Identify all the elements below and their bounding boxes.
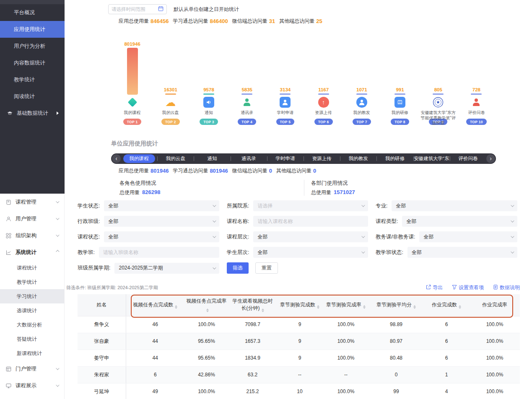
sidebar-item-system-stats[interactable]: 系统统计 xyxy=(0,244,64,261)
sidebar-item-teaching-stats[interactable]: 教学统计 xyxy=(0,71,65,88)
sort-icon[interactable] xyxy=(363,305,366,309)
sidebar-light-section: 课程管理 用户管理 组织架构 系统统计 课程统计 教学统计 学习统计 选课统计 xyxy=(0,194,65,399)
bar xyxy=(471,93,482,95)
sidebar-subitem-teaching-stats[interactable]: 教学统计 xyxy=(0,275,64,289)
table-row: 詹争义 46100.0% 7098.79 100.0%98.89 6100.0% xyxy=(78,316,520,333)
semester-select[interactable]: 2024-2025第二学期 xyxy=(114,263,219,274)
student-name: 詹争义 xyxy=(78,316,126,333)
chevron-down-icon xyxy=(361,203,365,207)
filter-buttons: 筛选 重置 xyxy=(227,262,368,274)
header-homework-completed: 作业完成数 xyxy=(423,294,470,316)
major-select[interactable]: 全部 xyxy=(392,200,517,211)
sidebar-subitem-course-stats[interactable]: 课程统计 xyxy=(0,261,64,275)
rank-badge: TOP 3 xyxy=(200,119,218,125)
tab-scroll-right-icon[interactable]: › xyxy=(486,154,495,163)
sidebar-item-app-usage-stats[interactable]: 应用使用统计 xyxy=(0,21,65,38)
tab-resource-upload[interactable]: 资源上传 xyxy=(304,153,340,164)
chart-icon xyxy=(5,249,12,256)
sidebar-subitem-big-data-analysis[interactable]: 大数据分析 xyxy=(0,318,64,332)
study-hours-icon xyxy=(280,97,291,108)
rank-badge: TOP 8 xyxy=(391,119,409,125)
sidebar-item-course-management[interactable]: 课程管理 xyxy=(0,194,64,210)
admin-class-select[interactable]: 全部 xyxy=(104,216,219,227)
chevron-down-icon xyxy=(511,234,514,238)
open-book-icon xyxy=(394,97,405,108)
bar xyxy=(127,48,138,95)
chart-column-notifications: 9578 通知 TOP 3 xyxy=(189,37,228,125)
tab-cloud-disk[interactable]: 我的云盘 xyxy=(157,153,194,164)
course-level-select[interactable]: 全部 xyxy=(253,231,368,242)
sidebar-item-platform-overview[interactable]: 平台概况 xyxy=(0,4,65,21)
sort-icon[interactable] xyxy=(413,305,416,309)
sort-icon[interactable] xyxy=(175,305,177,309)
chevron-down-icon xyxy=(56,216,59,220)
chevron-down-icon xyxy=(56,200,59,203)
reset-button[interactable]: 重置 xyxy=(255,262,278,274)
funnel-icon xyxy=(452,285,457,291)
sidebar-subitem-new-course-stats[interactable]: 新课程统计 xyxy=(0,346,64,360)
sidebar-item-basic-data-stats[interactable]: 基础数据统计 xyxy=(0,105,65,122)
course-name-input[interactable]: 请输入课程名称 xyxy=(253,216,368,227)
data-description-link[interactable]: 数据说明 xyxy=(493,284,520,291)
sidebar-item-user-management[interactable]: 用户管理 xyxy=(0,210,64,227)
filter-course-type: 课程类型: 全部 xyxy=(376,216,517,227)
evaluation-survey-icon xyxy=(471,97,482,108)
sort-icon[interactable] xyxy=(206,308,209,313)
teaching-class-status-select[interactable]: 全部 xyxy=(407,247,517,258)
sidebar-item-content-data[interactable]: 内容数据统计 xyxy=(0,54,65,71)
app-name: 通讯录 xyxy=(228,110,266,117)
teaching-class-input[interactable]: 请输入班级名称 xyxy=(99,247,219,258)
sidebar-item-user-behavior[interactable]: 用户行为分析 xyxy=(0,38,65,54)
bar-value: 1167 xyxy=(318,87,329,92)
sidebar-subitem-course-selection-stats[interactable]: 选课统计 xyxy=(0,303,64,318)
student-level-select[interactable]: 全部 xyxy=(253,247,368,258)
student-name: 弓延坤 xyxy=(78,383,126,399)
user-icon xyxy=(5,216,12,222)
export-link[interactable]: 导出 xyxy=(426,284,443,291)
tab-my-courses[interactable]: 我的课程 xyxy=(121,153,157,164)
filter-course-status: 课程状态: 全部 xyxy=(78,231,219,242)
sidebar-item-reading-stats[interactable]: 阅读统计 xyxy=(0,88,65,105)
sort-icon[interactable] xyxy=(262,308,264,313)
overall-usage-stats: 应用总使用量846456 学习通总访问量846400 微信端总访问量31 其他端… xyxy=(119,18,532,24)
department-usage-panel: 各部门使用情况 总使用量1571027 xyxy=(304,180,355,196)
tab-scroll-left-icon[interactable]: ‹ xyxy=(112,154,121,163)
tab-contacts[interactable]: 通讯录 xyxy=(231,153,267,164)
bar xyxy=(203,93,214,95)
sidebar-subitem-qa-stats[interactable]: 答疑统计 xyxy=(0,332,64,346)
sidebar-item-org-structure[interactable]: 组织架构 xyxy=(0,227,64,244)
rank-badge: TOP 6 xyxy=(314,119,333,125)
chart-column-teaching-development: 1071 我的教发 TOP 7 xyxy=(343,37,381,125)
filter-button[interactable]: 筛选 xyxy=(227,262,249,274)
filter-course-name: 课程名称: 请输入课程名称 xyxy=(227,216,368,227)
filter-student-status: 学生状态: 全部 xyxy=(78,200,219,211)
chart-column-research-training: 991 我的研修 TOP 8 xyxy=(381,37,419,125)
table-header-row: 姓名 视频任务点完成数 视频任务点完成率 学生观看视频总时长(分钟) 章节测验完… xyxy=(78,294,520,316)
sidebar-item-portal-management[interactable]: 门户管理 xyxy=(0,360,64,377)
student-status-select[interactable]: 全部 xyxy=(104,200,219,211)
bar-value: 728 xyxy=(472,87,480,92)
chart-column-resource-upload: 1167 ↑ 资源上传 TOP 6 xyxy=(304,37,343,125)
course-status-select[interactable]: 全部 xyxy=(104,231,219,242)
sort-icon[interactable] xyxy=(317,305,319,309)
set-visible-columns-link[interactable]: 设置查看项 xyxy=(452,284,484,291)
bar-value: 991 xyxy=(396,87,404,92)
department-select[interactable]: 请选择 xyxy=(253,200,368,211)
sidebar-subitem-learning-stats[interactable]: 学习统计 xyxy=(0,289,64,303)
sort-icon[interactable] xyxy=(459,305,461,309)
academic-course-select[interactable]: 全部 xyxy=(419,231,517,242)
tab-teaching-development[interactable]: 我的教发 xyxy=(340,153,376,164)
tab-research-training[interactable]: 我的研修 xyxy=(376,153,413,164)
sidebar-item-course-display[interactable]: 课程展示 xyxy=(0,377,64,394)
rank-badge: TOP 2 xyxy=(161,119,180,125)
main-content: 请选择时间范围 默认从单位创建之日开始统计 应用总使用量846456 学习通总访… xyxy=(65,0,532,399)
filter-academic-course: 教务课/非教务课: 全部 xyxy=(376,231,517,242)
filter-admin-class: 行政班级: 全部 xyxy=(78,216,219,227)
tab-evaluation-survey[interactable]: 评价问卷 xyxy=(450,153,486,164)
date-range-picker[interactable]: 请选择时间范围 xyxy=(108,4,167,14)
tab-university-vote[interactable]: 安徽建筑大学“东 xyxy=(413,153,450,164)
tab-study-hours[interactable]: 学时申请 xyxy=(267,153,304,164)
tab-notifications[interactable]: 通知 xyxy=(194,153,230,164)
header-name: 姓名 xyxy=(78,294,126,316)
course-type-select[interactable]: 全部 xyxy=(402,216,517,227)
